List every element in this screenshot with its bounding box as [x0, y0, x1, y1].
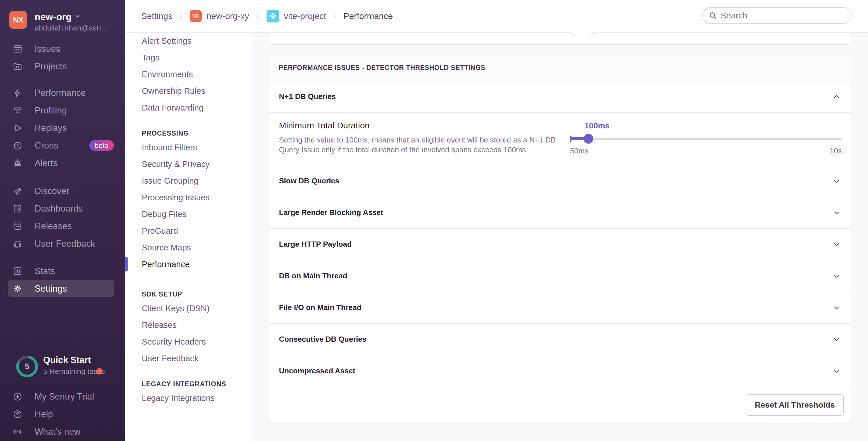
- settings-nav-environments[interactable]: Environments: [125, 66, 251, 82]
- settings-nav-security-privacy[interactable]: Security & Privacy: [125, 156, 251, 172]
- settings-nav-section-sdk-setup: SDK SETUP: [125, 289, 251, 300]
- row-large-render-blocking-asset[interactable]: Large Render Blocking Asset: [269, 197, 851, 228]
- sidebar-item-my-sentry-trial[interactable]: My Sentry Trial: [0, 388, 125, 405]
- org-badge: NX: [190, 10, 202, 22]
- folder-code-icon: [13, 62, 23, 71]
- settings-nav-releases[interactable]: Releases: [125, 317, 251, 333]
- archive-box-icon: [13, 222, 23, 231]
- breadcrumb-settings[interactable]: Settings: [141, 11, 172, 21]
- settings-nav-debug-files[interactable]: Debug Files: [125, 206, 251, 223]
- sidebar-item-stats[interactable]: Stats: [0, 262, 125, 280]
- row-label: Slow DB Queries: [279, 176, 339, 185]
- settings-nav-security-headers[interactable]: Security Headers: [125, 333, 251, 350]
- chevron-up-icon[interactable]: [832, 92, 841, 101]
- quickstart-subtitle: 5 Remaining tasks: [43, 367, 105, 376]
- sidebar-item-label: Crons: [35, 140, 59, 151]
- settings-nav-ownership-rules[interactable]: Ownership Rules: [125, 82, 251, 99]
- sidebar-item-alerts[interactable]: Alerts: [0, 154, 125, 172]
- sidebar-item-issues[interactable]: Issues: [0, 40, 125, 58]
- sidebar-item-discover[interactable]: Discover: [0, 182, 125, 200]
- dashboard-grid-icon: [13, 204, 23, 213]
- broadcast-icon: [13, 427, 23, 437]
- partial-pill-control: [571, 32, 594, 36]
- profiling-stack-icon: [13, 106, 23, 115]
- row-label: Large Render Blocking Asset: [279, 208, 383, 217]
- settings-nav-proguard[interactable]: ProGuard: [125, 223, 251, 239]
- sidebar-item-label: Settings: [35, 283, 67, 294]
- sidebar-item-releases[interactable]: Releases: [0, 217, 125, 235]
- chevron-down-icon[interactable]: [832, 177, 841, 185]
- sidebar-item-profiling[interactable]: Profiling: [0, 102, 125, 119]
- sidebar-item-label: User Feedback: [35, 239, 95, 249]
- chevron-down-icon: [74, 13, 81, 19]
- chevron-down-icon[interactable]: [832, 335, 841, 344]
- sidebar-item-user-feedback[interactable]: User Feedback: [0, 235, 125, 252]
- chevron-down-icon[interactable]: [832, 303, 841, 312]
- org-avatar: NX: [9, 11, 27, 29]
- chevron-down-icon[interactable]: [832, 367, 841, 375]
- question-circle-icon: [13, 409, 23, 419]
- previous-card-partial: [269, 33, 851, 45]
- sidebar-item-replays[interactable]: Replays: [0, 119, 125, 137]
- slider-min-label: 50ms: [570, 146, 588, 156]
- primary-nav: Issues Projects Performance Profiling Re…: [0, 40, 125, 297]
- inbox-icon: [13, 44, 23, 54]
- row-label: File I/O on Main Thread: [279, 303, 361, 312]
- chevron-down-icon[interactable]: [832, 240, 841, 249]
- sidebar-item-performance[interactable]: Performance: [0, 84, 125, 102]
- react-platform-icon: [267, 10, 279, 23]
- sidebar-item-dashboards[interactable]: Dashboards: [0, 200, 125, 217]
- settings-nav-tags[interactable]: Tags: [125, 49, 251, 66]
- row-uncompressed-asset[interactable]: Uncompressed Asset: [269, 355, 851, 386]
- main-content: PERFORMANCE ISSUES - DETECTOR THRESHOLD …: [251, 33, 868, 441]
- settings-nav-performance[interactable]: Performance: [125, 256, 251, 273]
- sidebar-item-label: My Sentry Trial: [35, 392, 94, 402]
- sidebar-item-projects[interactable]: Projects: [0, 58, 125, 75]
- search-box[interactable]: [702, 7, 851, 24]
- quick-start[interactable]: 5 Quick Start 5 Remaining tasks: [0, 354, 125, 380]
- clock-icon: [13, 141, 23, 150]
- field-description: Setting the value to 100ms, means that a…: [279, 135, 556, 155]
- settings-nav-legacy-integrations[interactable]: Legacy Integrations: [125, 390, 251, 406]
- settings-nav-processing-issues[interactable]: Processing Issues: [125, 189, 251, 206]
- row-label: DB on Main Thread: [279, 271, 347, 280]
- sidebar-item-label: Replays: [35, 123, 67, 133]
- settings-nav-source-maps[interactable]: Source Maps: [125, 239, 251, 256]
- sidebar-item-label: What's new: [35, 427, 81, 437]
- quickstart-title: Quick Start: [43, 355, 91, 365]
- settings-nav-section-processing: PROCESSING: [125, 128, 251, 139]
- settings-nav-user-feedback[interactable]: User Feedback: [125, 350, 251, 367]
- quickstart-count: 5: [15, 354, 39, 378]
- sidebar-item-settings[interactable]: Settings: [0, 280, 125, 297]
- org-switcher[interactable]: NX new-org abdullah.khan@sen…: [9, 11, 119, 30]
- slider-track[interactable]: [570, 138, 842, 140]
- row-file-io-on-main-thread[interactable]: File I/O on Main Thread: [269, 292, 851, 323]
- breadcrumb-project[interactable]: vite-project: [267, 10, 326, 23]
- sidebar-item-label: Discover: [35, 186, 69, 196]
- row-db-on-main-thread[interactable]: DB on Main Thread: [269, 260, 851, 292]
- row-label: N+1 DB Queries: [279, 92, 336, 101]
- row-n1-db-queries[interactable]: N+1 DB Queries: [269, 81, 851, 112]
- settings-nav-inbound-filters[interactable]: Inbound Filters: [125, 139, 251, 156]
- search-input[interactable]: [721, 11, 836, 21]
- reset-all-thresholds-button[interactable]: Reset All Thresholds: [746, 394, 844, 416]
- settings-nav-alert-settings[interactable]: Alert Settings: [125, 33, 251, 49]
- row-slow-db-queries[interactable]: Slow DB Queries: [269, 165, 851, 197]
- row-consecutive-db-queries[interactable]: Consecutive DB Queries: [269, 323, 851, 355]
- slider-thumb[interactable]: [584, 134, 593, 144]
- settings-nav-issue-grouping[interactable]: Issue Grouping: [125, 172, 251, 189]
- settings-nav-data-forwarding[interactable]: Data Forwarding: [125, 99, 251, 116]
- settings-nav-client-keys[interactable]: Client Keys (DSN): [125, 300, 251, 317]
- beta-badge: beta: [89, 140, 114, 151]
- field-label: Minimum Total Duration: [279, 121, 370, 130]
- sidebar-item-crons[interactable]: Crons beta: [0, 137, 125, 154]
- chevron-down-icon[interactable]: [832, 272, 841, 280]
- active-indicator-bar: [125, 257, 128, 271]
- sidebar-item-help[interactable]: Help: [0, 405, 125, 423]
- sidebar-item-whats-new[interactable]: What's new: [0, 423, 125, 440]
- chevron-down-icon[interactable]: [832, 208, 841, 217]
- row-label: Large HTTP Payload: [279, 240, 351, 249]
- row-large-http-payload[interactable]: Large HTTP Payload: [269, 228, 851, 260]
- breadcrumb-org[interactable]: NX new-org-xy: [190, 10, 249, 22]
- slider-start-cap: [570, 136, 571, 142]
